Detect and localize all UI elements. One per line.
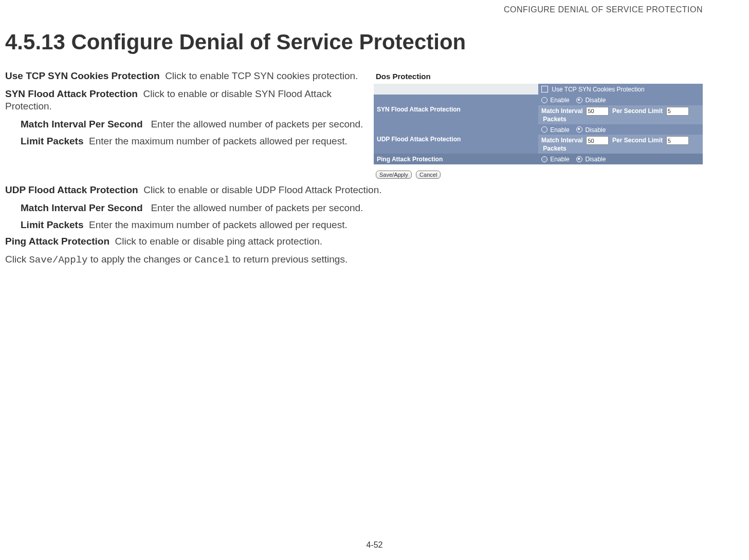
closing-post: to return previous settings.: [230, 254, 348, 265]
input-syn-match-interval[interactable]: [586, 107, 609, 116]
desc-limit-packets: Enter the maximum number of packets allo…: [89, 136, 348, 146]
radio-udp-enable[interactable]: [541, 126, 547, 133]
closing-save-apply: Save/Apply: [29, 254, 87, 266]
label-ping-row: Ping Attack Protection: [374, 154, 538, 164]
term-limit-packets: Limit Packets: [21, 136, 84, 146]
desc-match-interval-2: Enter the allowed number of packets per …: [151, 202, 363, 213]
radio-ping-enable[interactable]: [541, 156, 547, 162]
term-ping: Ping Attack Protection: [5, 236, 109, 247]
label-syn-packets: Packets: [543, 116, 566, 123]
running-header: CONFIGURE DENIAL OF SERVICE PROTECTION: [5, 5, 703, 14]
term-tcp-syn-cookies: Use TCP SYN Cookies Protection: [5, 70, 160, 81]
closing-pre: Click: [5, 254, 29, 265]
radio-udp-disable[interactable]: [576, 126, 582, 133]
label-udp-enable: Enable: [550, 126, 569, 133]
def-syn-flood: SYN Flood Attack Protection Click to ena…: [5, 88, 363, 113]
cancel-button[interactable]: Cancel: [416, 171, 441, 179]
label-udp-per-second: Per Second Limit: [612, 137, 663, 144]
figure-title: Dos Protection: [376, 72, 703, 81]
radio-syn-disable[interactable]: [576, 97, 582, 103]
label-udp-flood-row: UDP Flood Attack Protection: [374, 124, 538, 154]
term-limit-packets-2: Limit Packets: [21, 219, 84, 230]
desc-ping: Click to enable or disable ping attack p…: [115, 236, 322, 247]
term-udp-flood: UDP Flood Attack Protection: [5, 184, 138, 195]
label-udp-packets: Packets: [543, 145, 566, 152]
label-syn-match-interval: Match Interval: [541, 107, 583, 114]
label-syn-flood-row: SYN Flood Attack Protection: [374, 95, 538, 124]
input-syn-limit[interactable]: [666, 107, 689, 116]
label-syn-enable: Enable: [550, 97, 569, 104]
subdef-match-interval-2: Match Interval Per Second Enter the allo…: [21, 202, 703, 215]
def-ping: Ping Attack Protection Click to enable o…: [5, 235, 703, 248]
input-udp-match-interval[interactable]: [586, 136, 609, 145]
label-syn-disable: Disable: [585, 97, 606, 104]
label-syn-per-second: Per Second Limit: [612, 107, 663, 114]
save-apply-button[interactable]: Save/Apply: [376, 171, 412, 179]
desc-udp-flood: Click to enable or disable UDP Flood Att…: [143, 184, 381, 195]
closing-sentence: Click Save/Apply to apply the changes or…: [5, 253, 703, 267]
label-ping-enable: Enable: [550, 156, 569, 163]
label-ping-disable: Disable: [585, 156, 606, 163]
def-tcp-syn-cookies: Use TCP SYN Cookies Protection Click to …: [5, 70, 363, 83]
closing-mid: to apply the changes or: [87, 254, 194, 265]
desc-limit-packets-2: Enter the maximum number of packets allo…: [89, 219, 348, 230]
dos-protection-table: Use TCP SYN Cookies Protection SYN Flood…: [374, 84, 703, 164]
subdef-match-interval: Match Interval Per Second Enter the allo…: [21, 118, 363, 131]
term-match-interval: Match Interval Per Second: [21, 119, 143, 129]
label-udp-disable: Disable: [585, 126, 606, 133]
label-udp-match-interval: Match Interval: [541, 137, 583, 144]
def-udp-flood: UDP Flood Attack Protection Click to ena…: [5, 184, 703, 197]
term-match-interval-2: Match Interval Per Second: [21, 202, 143, 213]
closing-cancel: Cancel: [195, 254, 230, 266]
radio-ping-disable[interactable]: [576, 156, 582, 162]
subdef-limit-packets-2: Limit Packets Enter the maximum number o…: [21, 219, 703, 232]
row-syn-flood-header: SYN Flood Attack Protection Enable Disab…: [374, 95, 703, 105]
screenshot-figure: Dos Protection Use TCP SYN Cookies Prote…: [374, 70, 703, 179]
row-ping: Ping Attack Protection Enable Disable: [374, 154, 703, 164]
input-udp-limit[interactable]: [666, 136, 689, 145]
term-syn-flood: SYN Flood Attack Protection: [5, 88, 138, 99]
page-number: 4-52: [0, 540, 749, 550]
desc-match-interval: Enter the allowed number of packets per …: [151, 119, 363, 129]
row-syn-cookies: Use TCP SYN Cookies Protection: [374, 84, 703, 95]
radio-syn-enable[interactable]: [541, 97, 547, 103]
desc-tcp-syn-cookies: Click to enable TCP SYN cookies protecti…: [165, 70, 358, 81]
label-syn-cookies: Use TCP SYN Cookies Protection: [552, 86, 644, 93]
subdef-limit-packets: Limit Packets Enter the maximum number o…: [21, 135, 363, 148]
checkbox-syn-cookies[interactable]: [541, 86, 548, 92]
section-heading: 4.5.13 Configure Denial of Service Prote…: [5, 30, 703, 54]
row-udp-flood-header: UDP Flood Attack Protection Enable Disab…: [374, 124, 703, 135]
